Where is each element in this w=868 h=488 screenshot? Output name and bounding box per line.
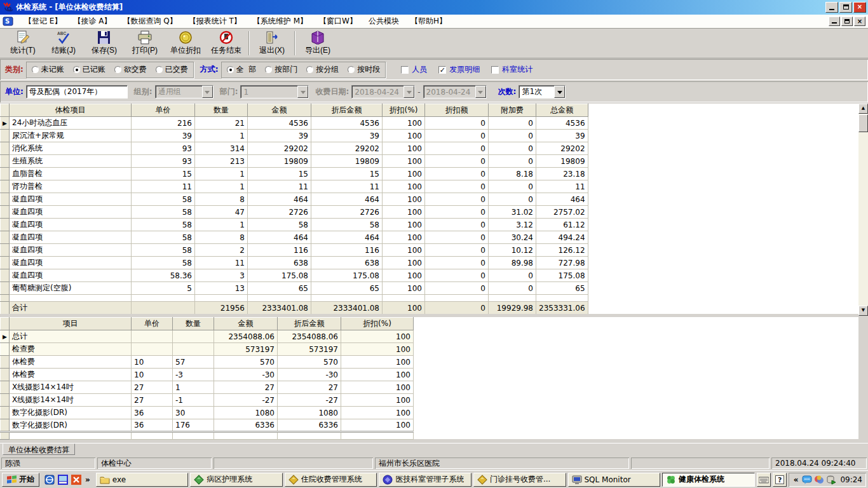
grid-cell[interactable]: 116 bbox=[311, 244, 383, 257]
grid-cell[interactable]: 58 bbox=[248, 219, 311, 231]
taskbar-task-3[interactable]: 医技科室管理子系统 bbox=[379, 473, 471, 487]
table-row[interactable]: 检查费573197573197100 bbox=[1, 343, 414, 356]
grid-cell[interactable]: -1 bbox=[173, 394, 214, 407]
grid-cell[interactable]: 29202 bbox=[536, 142, 588, 155]
table-row[interactable]: X线摄影14×14吋2712727100 bbox=[1, 381, 414, 394]
grid-cell[interactable]: 数字化摄影(DR) bbox=[10, 419, 132, 432]
taskbar-task-0[interactable]: exe bbox=[96, 473, 189, 487]
grid-cell[interactable]: 8.18 bbox=[489, 168, 536, 180]
row-marker-cell[interactable] bbox=[1, 142, 10, 155]
grid-cell[interactable]: 100 bbox=[383, 282, 425, 295]
chevron-down-icon[interactable] bbox=[403, 86, 414, 98]
grid-cell[interactable]: 65 bbox=[536, 282, 588, 295]
grid-cell[interactable]: 29202 bbox=[248, 142, 311, 155]
grid-cell[interactable]: 0 bbox=[489, 193, 536, 206]
vertical-scrollbar[interactable]: ▲ ▼ bbox=[858, 104, 868, 316]
grid-cell[interactable]: 1080 bbox=[214, 407, 278, 419]
grid-cell[interactable]: 总计 bbox=[10, 330, 132, 343]
category-radio-1[interactable]: 已记账 bbox=[73, 64, 105, 75]
grid-cell[interactable]: 体检费 bbox=[10, 356, 132, 369]
grid-cell[interactable]: 5 bbox=[132, 282, 195, 295]
mode-radio-2[interactable]: 按分组 bbox=[306, 64, 339, 75]
menu-item-3[interactable]: 【报表统计 T】 bbox=[183, 15, 247, 28]
grid-cell[interactable]: 100 bbox=[383, 231, 425, 244]
table-row[interactable]: 生殖系统9321319809198091000019809 bbox=[1, 155, 588, 168]
grid-cell[interactable]: 8 bbox=[195, 231, 248, 244]
grid-cell[interactable]: 4536 bbox=[311, 117, 383, 130]
grid-cell[interactable]: 3 bbox=[195, 269, 248, 282]
dept-select[interactable]: 1 bbox=[240, 85, 309, 98]
grid-cell[interactable]: 100 bbox=[383, 193, 425, 206]
grid-cell[interactable]: 464 bbox=[536, 193, 588, 206]
grid-cell[interactable]: 175.08 bbox=[311, 269, 383, 282]
table-row[interactable]: 体检费1057570570100 bbox=[1, 356, 414, 369]
grid-cell[interactable]: 100 bbox=[383, 206, 425, 219]
grid-cell[interactable]: 573197 bbox=[214, 343, 278, 356]
taskbar-task-6[interactable]: 健康体检系统 bbox=[662, 473, 755, 487]
filter-checkbox-2[interactable]: 科室统计 bbox=[491, 64, 532, 75]
grid-cell[interactable]: -30 bbox=[214, 369, 278, 381]
menu-item-1[interactable]: 【接诊 A】 bbox=[67, 15, 117, 28]
db-task-icon[interactable] bbox=[826, 475, 836, 485]
grid-cell[interactable]: 2726 bbox=[248, 206, 311, 219]
grid-cell[interactable]: 21 bbox=[195, 117, 248, 130]
toolbar-exit-button[interactable]: 退出(X) bbox=[252, 30, 292, 57]
row-marker-cell[interactable] bbox=[1, 394, 10, 407]
grid-cell[interactable]: 数字化摄影(DR) bbox=[10, 407, 132, 419]
grid-cell[interactable]: 570 bbox=[214, 356, 278, 369]
row-marker-cell[interactable] bbox=[1, 130, 10, 142]
grid-cell[interactable]: 93 bbox=[132, 142, 195, 155]
chevron-down-icon[interactable] bbox=[202, 86, 213, 98]
filter-checkbox-1[interactable]: ✓发票明细 bbox=[438, 64, 480, 75]
title-bar[interactable]: 体检系统 - [单位体检收费结算] × bbox=[0, 0, 868, 15]
table-row[interactable]: 凝血四项582116116100010.12126.12 bbox=[1, 244, 588, 257]
menu-item-2[interactable]: 【数据查询 Q】 bbox=[117, 15, 182, 28]
grid-cell[interactable]: 89.98 bbox=[489, 257, 536, 269]
grid-cell[interactable]: 58.36 bbox=[132, 269, 195, 282]
grid-cell[interactable]: 100 bbox=[383, 269, 425, 282]
unit-input[interactable]: 母及配偶（2017年） bbox=[26, 85, 128, 98]
grid-cell[interactable]: 570 bbox=[278, 356, 341, 369]
mdi-minimize-button[interactable] bbox=[829, 17, 840, 26]
grid-cell[interactable]: 6336 bbox=[278, 419, 341, 432]
grid-cell[interactable]: 1 bbox=[195, 168, 248, 180]
grid-cell[interactable]: 61.12 bbox=[536, 219, 588, 231]
grid-cell[interactable] bbox=[173, 330, 214, 343]
grid-cell[interactable]: 0 bbox=[489, 269, 536, 282]
grid-cell[interactable]: 8 bbox=[195, 193, 248, 206]
ie-launch-icon[interactable] bbox=[44, 474, 55, 485]
keyboard-icon[interactable] bbox=[757, 473, 771, 487]
grid-cell[interactable]: -27 bbox=[278, 394, 341, 407]
chevron-down-icon[interactable] bbox=[554, 86, 565, 98]
grid-cell[interactable]: 凝血四项 bbox=[10, 269, 132, 282]
grid-cell[interactable]: 29202 bbox=[311, 142, 383, 155]
table-row[interactable]: 凝血四项581585810003.1261.12 bbox=[1, 219, 588, 231]
menu-item-4[interactable]: 【系统维护 M】 bbox=[247, 15, 313, 28]
grid-cell[interactable]: 727.98 bbox=[536, 257, 588, 269]
grid-cell[interactable]: 464 bbox=[248, 231, 311, 244]
grid-cell[interactable]: 1 bbox=[195, 219, 248, 231]
grid-cell[interactable]: X线摄影14×14吋 bbox=[10, 394, 132, 407]
grid-cell[interactable] bbox=[132, 343, 173, 356]
grid-cell[interactable]: 凝血四项 bbox=[10, 257, 132, 269]
grid-cell[interactable]: 0 bbox=[489, 282, 536, 295]
grid-cell[interactable]: 生殖系统 bbox=[10, 155, 132, 168]
row-marker-cell[interactable]: ▶ bbox=[1, 330, 10, 343]
grid-cell[interactable]: 凝血四项 bbox=[10, 219, 132, 231]
category-radio-3[interactable]: 已交费 bbox=[156, 64, 188, 75]
grid-cell[interactable]: 58 bbox=[132, 244, 195, 257]
grid-cell[interactable]: 11 bbox=[248, 180, 311, 193]
grid-cell[interactable]: 213 bbox=[195, 155, 248, 168]
grid-cell[interactable]: 19809 bbox=[536, 155, 588, 168]
tray-collapse-icon[interactable]: « bbox=[792, 475, 800, 484]
grid-cell[interactable]: 2354088.06 bbox=[214, 330, 278, 343]
grid-cell[interactable]: 11 bbox=[536, 180, 588, 193]
grid-cell[interactable]: 10 bbox=[132, 369, 173, 381]
scroll-down-icon[interactable]: ▼ bbox=[858, 306, 868, 316]
grid-cell[interactable]: 494.24 bbox=[536, 231, 588, 244]
grid-cell[interactable]: 葡萄糖测定(空腹) bbox=[10, 282, 132, 295]
table-row[interactable]: 凝血四项584727262726100031.022757.02 bbox=[1, 206, 588, 219]
grid-cell[interactable]: 39 bbox=[248, 130, 311, 142]
grid-cell[interactable] bbox=[173, 343, 214, 356]
grid-cell[interactable]: 47 bbox=[195, 206, 248, 219]
